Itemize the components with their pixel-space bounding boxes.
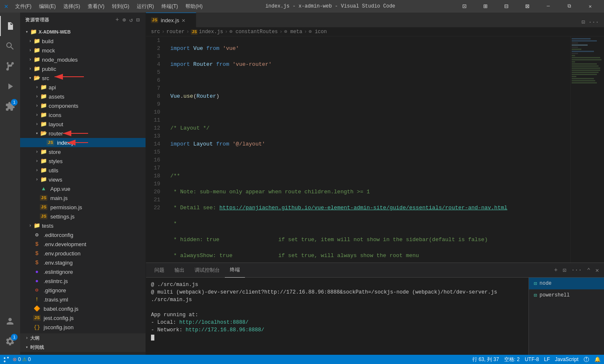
language-status[interactable]: JavaScript [555, 356, 578, 362]
sidebar-item-jestjs[interactable]: JS jest.config.js [20, 313, 146, 322]
sidebar-item-jsconfigjson[interactable]: {} jsconfig.json [20, 322, 146, 332]
activity-settings[interactable]: 1 [0, 331, 20, 351]
sidebar-item-tests[interactable]: › 📁 tests [20, 221, 146, 230]
tab-indexjs[interactable]: JS index.js ✕ [146, 13, 196, 27]
breadcrumb-file[interactable]: JSindex.js [191, 29, 223, 35]
sidebar-item-views[interactable]: › 📁 views [20, 175, 146, 184]
layout-btn[interactable]: ⊡ [455, 0, 474, 13]
sidebar-item-eslintrc[interactable]: ● .eslintrc.js [20, 276, 146, 286]
sidebar-item-gitignore[interactable]: ⊖ .gitignore [20, 286, 146, 295]
sidebar-item-mock[interactable]: › 📁 mock [20, 46, 146, 55]
git-branch-status[interactable] [3, 356, 9, 362]
activity-search[interactable] [0, 36, 20, 56]
editor-scrollable[interactable]: 12345 678910 1112131415 1617181920 2122 … [146, 36, 570, 263]
sidebar-item-utils[interactable]: › 📁 utils [20, 166, 146, 175]
close-button[interactable]: ✕ [581, 0, 600, 13]
terminal-powershell[interactable]: ⊡ powershell [529, 289, 604, 301]
notification-status[interactable]: 🔔 [594, 356, 601, 362]
sidebar-item-babeljs[interactable]: 🔶 babel.config.js [20, 304, 146, 313]
split-editor-btn[interactable]: ⊡ [580, 17, 586, 27]
tests-label: tests [42, 223, 53, 229]
line-ending-status[interactable]: LF [544, 356, 550, 362]
timeline-label: 时间线 [30, 344, 44, 351]
code-content[interactable]: import Vue from 'vue' import Router from… [167, 36, 570, 263]
panel-add-btn[interactable]: + [552, 266, 559, 274]
cursor-position-status[interactable]: 行 63, 列 37 [472, 356, 499, 363]
menu-terminal[interactable]: 终端(T) [158, 2, 181, 11]
sidebar-outline-section[interactable]: › 大纲 [20, 333, 146, 343]
menu-select[interactable]: 选择(S) [60, 2, 83, 11]
activity-explorer[interactable] [0, 16, 20, 36]
panel-tab-terminal[interactable]: 终端 [225, 263, 245, 278]
panel-tab-debug[interactable]: 调试控制台 [190, 263, 225, 278]
panel-split-btn[interactable]: ⊡ [561, 266, 568, 275]
sidebar-item-mainjs[interactable]: JS main.js [20, 193, 146, 203]
sidebar-item-components[interactable]: › 📁 components [20, 101, 146, 110]
activity-source-control[interactable] [0, 56, 20, 76]
sep4: › [279, 29, 282, 35]
sidebar-item-settingsjs[interactable]: JS settings.js [20, 212, 146, 221]
line-10: * Note: sub-menu only appear when route … [170, 188, 567, 196]
sidebar-item-env-dev[interactable]: $ .env.development [20, 239, 146, 249]
permjs-label: permission.js [50, 204, 82, 211]
layout-btn3[interactable]: ⊟ [497, 0, 516, 13]
sidebar-item-travisyml[interactable]: ! .travis.yml [20, 295, 146, 304]
tab-close-btn[interactable]: ✕ [182, 17, 185, 24]
menu-goto[interactable]: 转到(G) [109, 2, 133, 11]
activity-account[interactable] [0, 311, 20, 331]
menu-run[interactable]: 运行(R) [133, 2, 157, 11]
sidebar-item-node-modules[interactable]: › 📁 node_modules [20, 55, 146, 64]
layout-btn2[interactable]: ⊞ [476, 0, 495, 13]
mainjs-label: main.js [50, 195, 68, 201]
indent-status[interactable]: 空格: 2 [504, 356, 520, 363]
sidebar-item-eslintignore[interactable]: ● .eslintignore [20, 267, 146, 276]
terminal-output[interactable]: @ ./src/main.js @ multi (webpack)-dev-se… [146, 278, 528, 355]
sidebar-item-public[interactable]: › 📁 public [20, 64, 146, 73]
breadcrumb-icon[interactable]: ⊙ icon [309, 29, 327, 35]
sidebar-item-indexjs[interactable]: JS index.js [20, 138, 146, 147]
sidebar-item-appvue[interactable]: ▲ App.vue [20, 184, 146, 193]
collapse-all-btn[interactable]: ⊟ [135, 16, 141, 24]
panel-close-btn[interactable]: ✕ [594, 266, 601, 275]
menu-help[interactable]: 帮助(H) [182, 2, 206, 11]
encoding-status[interactable]: UTF-8 [525, 356, 539, 362]
tree-root[interactable]: ▾ 📁 X-ADMIN-WEB [20, 27, 146, 36]
panel-tab-output[interactable]: 输出 [169, 263, 190, 278]
sidebar-timeline-section[interactable]: ▾ 时间线 [20, 343, 146, 352]
sidebar-item-api[interactable]: › 📁 api [20, 83, 146, 92]
menu-edit[interactable]: 编辑(E) [36, 2, 59, 11]
menu-file[interactable]: 文件(F) [12, 2, 35, 11]
sidebar-item-build[interactable]: › 📁 build [20, 36, 146, 46]
sidebar-item-router[interactable]: ▾ 📂 router [20, 129, 146, 138]
sidebar-item-layout[interactable]: › 📁 layout [20, 120, 146, 129]
restore-button[interactable]: ⧉ [560, 0, 579, 13]
panel-expand-btn[interactable]: ⌃ [585, 266, 592, 275]
errors-status[interactable]: ⊗ 0 ⚠ 0 [13, 356, 31, 362]
sidebar-item-editorconfig[interactable]: ⚙ .editorconfig [20, 230, 146, 239]
layout-btn4[interactable]: ⊠ [518, 0, 537, 13]
sidebar-item-icons[interactable]: › 📁 icons [20, 110, 146, 120]
new-folder-btn[interactable]: ⊕ [122, 16, 127, 24]
menu-view[interactable]: 查看(V) [84, 2, 108, 11]
breadcrumb-meta[interactable]: ⊙ meta [284, 29, 302, 35]
feedback-status[interactable] [583, 356, 589, 362]
activity-extensions[interactable]: 1 [0, 96, 20, 117]
refresh-btn[interactable]: ↺ [128, 16, 133, 24]
sidebar-item-assets[interactable]: › 📁 assets [20, 92, 146, 101]
sidebar-item-styles[interactable]: › 📁 styles [20, 156, 146, 166]
breadcrumb-router[interactable]: router [167, 29, 185, 35]
sidebar-item-env-prod[interactable]: $ .env.production [20, 249, 146, 258]
new-file-btn[interactable]: + [115, 16, 120, 24]
breadcrumb-constantroutes[interactable]: ⊙ constantRoutes [229, 29, 278, 35]
sidebar-item-store[interactable]: › 📁 store [20, 147, 146, 156]
sidebar-item-permissionjs[interactable]: JS permission.js [20, 203, 146, 212]
panel-more-btn[interactable]: ··· [570, 266, 583, 274]
activity-run-debug[interactable] [0, 76, 20, 96]
breadcrumb-src[interactable]: src [151, 29, 160, 35]
sidebar-item-env-staging[interactable]: $ .env.staging [20, 258, 146, 267]
more-tabs-btn[interactable]: ··· [587, 17, 601, 27]
terminal-node[interactable]: ⊡ node [529, 278, 604, 289]
sidebar-item-src[interactable]: ▾ 📂 src [20, 73, 146, 83]
minimize-button[interactable]: ─ [539, 0, 558, 13]
panel-tab-problems[interactable]: 问题 [149, 263, 169, 278]
